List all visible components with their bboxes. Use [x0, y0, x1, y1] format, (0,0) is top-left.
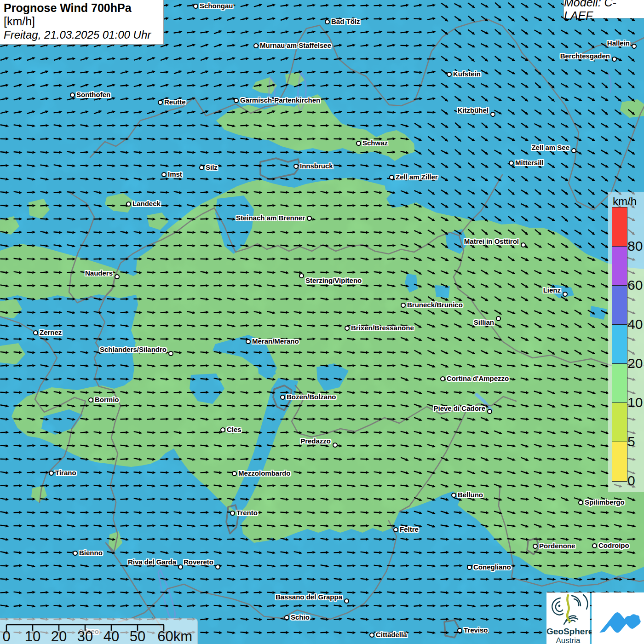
- city-label: Innsbruck: [300, 162, 333, 170]
- city-dot: [447, 72, 452, 77]
- forecast-title-box: Prognose Wind 700hPa [km/h] Freitag, 21.…: [0, 0, 164, 45]
- city-dot: [487, 409, 492, 414]
- city-label: Kitzbühel: [458, 106, 489, 115]
- city-label: Kufstein: [453, 70, 481, 78]
- city-label: Landeck: [132, 200, 161, 208]
- city-label: Trento: [236, 509, 258, 517]
- legend-segment: [612, 442, 627, 481]
- legend-segment: [612, 286, 627, 325]
- city-label: Garmisch-Partenkirchen: [240, 96, 320, 104]
- partner-logo-box: [592, 592, 644, 644]
- city-dot: [393, 527, 398, 532]
- city-dot: [632, 44, 637, 49]
- city-label: Zernez: [40, 328, 62, 337]
- city-dot: [521, 242, 526, 247]
- city-label: Belluno: [458, 491, 483, 499]
- city-dot: [253, 43, 259, 48]
- city-dot: [284, 615, 289, 620]
- city-dot: [533, 544, 538, 549]
- city-dot: [457, 628, 462, 633]
- city-label: Bozen/Bolzano: [287, 393, 336, 401]
- city-label: Silz: [206, 163, 218, 172]
- legend-value-label: 80: [627, 239, 643, 253]
- city-label: Tirano: [55, 469, 76, 477]
- city-dot: [592, 543, 597, 548]
- title-text: Prognose Wind 700hPa: [4, 1, 132, 14]
- city-dot: [578, 500, 583, 505]
- city-dot: [88, 397, 93, 402]
- city-dot: [490, 112, 495, 117]
- city-dot: [232, 471, 237, 476]
- city-layer: SchongauBad TölzKemptenMurnau am Staffel…: [0, 0, 644, 644]
- city-label: Predazzo: [300, 437, 331, 445]
- city-label: Nauders: [85, 269, 113, 277]
- city-dot: [73, 551, 78, 556]
- city-dot: [168, 351, 173, 356]
- city-dot: [220, 427, 225, 432]
- city-label: Riva del Garda: [128, 558, 176, 566]
- city-dot: [293, 164, 299, 169]
- city-label: Bormio: [95, 396, 119, 404]
- city-dot: [344, 598, 349, 604]
- legend-value-label: 60: [627, 278, 643, 292]
- legend-value-label: 20: [627, 356, 643, 370]
- city-dot: [451, 493, 456, 498]
- city-dot: [307, 216, 312, 221]
- city-label: Hallein: [607, 39, 630, 47]
- city-label: Rovereto: [184, 558, 213, 566]
- city-label: Murnau am Staffelsee: [260, 41, 331, 50]
- city-dot: [115, 274, 120, 279]
- city-label: Codroipo: [598, 541, 629, 550]
- legend-value-label: 40: [627, 317, 643, 331]
- scale-label: 40: [104, 628, 119, 644]
- city-dot: [612, 57, 617, 62]
- legend-segment: [612, 207, 627, 247]
- city-dot: [126, 201, 131, 207]
- city-dot: [280, 395, 285, 400]
- map-scale-bar: 0102030405060km: [0, 618, 198, 644]
- city-dot: [496, 316, 501, 321]
- city-dot: [178, 564, 183, 569]
- city-label: Feltre: [400, 525, 419, 534]
- city-dot: [161, 172, 167, 177]
- city-label: Lienz: [543, 286, 561, 294]
- city-dot: [467, 565, 472, 570]
- city-label: Steinach am Brenner: [236, 214, 305, 222]
- city-dot: [49, 471, 54, 476]
- city-dot: [33, 330, 38, 335]
- geosphere-logo-box: GeoSphere Austria: [546, 592, 590, 644]
- legend-segment: [612, 364, 627, 403]
- city-label: Meran/Merano: [252, 337, 299, 345]
- model-info-box: Modell: C-LAEF: [564, 0, 644, 18]
- city-label: Mezzolombardo: [238, 469, 290, 477]
- scale-label: 10: [25, 628, 40, 644]
- city-dot: [230, 511, 235, 516]
- city-dot: [199, 165, 204, 170]
- city-label: Schwaz: [362, 139, 388, 147]
- city-label: Cles: [227, 426, 242, 434]
- city-dot: [509, 161, 514, 166]
- legend-segment: [612, 247, 627, 286]
- city-dot: [563, 292, 568, 297]
- city-dot: [70, 92, 75, 98]
- city-label: Pieve di Cadore: [433, 404, 485, 413]
- legend-segment: [612, 403, 627, 442]
- legend-segment: [612, 325, 627, 364]
- city-label: Brixen/Bressanone: [351, 324, 414, 332]
- city-dot: [440, 376, 445, 381]
- legend-value-label: 10: [627, 396, 643, 409]
- city-label: Conegliano: [473, 563, 511, 571]
- city-label: Sillian: [474, 318, 494, 327]
- forecast-datetime: Freitag, 21.03.2025 01:00 Uhr: [4, 29, 160, 41]
- city-label: Zell am Ziller: [396, 173, 438, 181]
- city-label: Schio: [291, 613, 310, 621]
- city-dot: [234, 98, 239, 103]
- scale-label: 20: [51, 628, 67, 644]
- geosphere-country-label: Austria: [546, 636, 590, 644]
- city-dot: [389, 175, 394, 180]
- geosphere-contour-icon: [546, 592, 590, 625]
- city-label: Sterzing/Vipiteno: [305, 276, 362, 285]
- city-label: Bruneck/Brunico: [407, 301, 463, 309]
- page-title: Prognose Wind 700hPa [km/h]: [4, 1, 160, 28]
- city-label: Berchtesgaden: [560, 52, 610, 60]
